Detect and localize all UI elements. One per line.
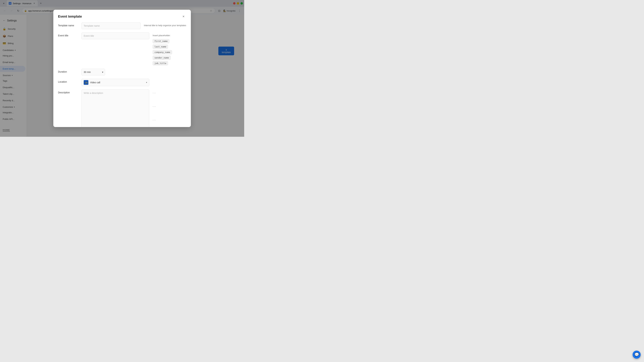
event-title-row: Event title Insert placeholder: first_na… [58,32,186,65]
duration-hint [152,69,186,70]
duration-select-wrapper: 15 min 30 min 45 min 60 min 90 min [82,69,105,75]
description-hint: ··· ··· ··· [152,89,186,122]
template-name-row: Template name Internal title to help org… [58,22,186,29]
location-hint [152,79,186,80]
placeholder-company-name[interactable]: company_name [152,50,172,54]
placeholder-first-name[interactable]: first_name [152,39,170,43]
placeholder-sender-name[interactable]: sender_name [152,56,171,60]
insert-placeholder-label: Insert placeholder: [152,34,186,37]
template-name-label: Template name [58,22,78,27]
modal-close-button[interactable]: × [181,14,186,19]
location-select[interactable]: 📹 Video call ▾ [82,79,149,86]
location-field: 📹 Video call ▾ [82,79,149,86]
description-label: Description [58,89,78,94]
description-textarea[interactable] [82,89,149,127]
modal-title: Event template [58,14,82,18]
placeholder-pills: first_name last_name company_name sender… [152,37,186,65]
placeholder-last-name[interactable]: last_name [152,44,168,49]
description-field [82,89,149,127]
event-title-field [82,32,149,39]
template-name-hint: Internal title to help organize your tem… [144,22,186,27]
video-call-icon: 📹 [84,80,88,85]
location-label: Location [58,79,78,83]
duration-field: 15 min 30 min 45 min 60 min 90 min [82,69,149,75]
three-dots-2: ··· [152,105,186,108]
modal-body: Template name Internal title to help org… [53,22,191,127]
location-row: Location 📹 Video call ▾ [58,79,186,86]
event-title-input[interactable] [82,32,149,39]
location-chevron-icon: ▾ [146,81,147,84]
duration-row: Duration 15 min 30 min 45 min 60 min 90 … [58,69,186,75]
placeholder-job-title[interactable]: job_title [152,61,168,65]
location-selected-text: Video call [90,81,100,84]
three-dots-3: ··· [152,118,186,122]
three-dots-1: ··· [152,91,186,95]
duration-select[interactable]: 15 min 30 min 45 min 60 min 90 min [82,69,105,75]
template-name-field [82,22,140,29]
duration-label: Duration [58,69,78,73]
modal-overlay[interactable]: Event template × Template name Internal … [0,0,244,137]
event-title-hint: Insert placeholder: first_name last_name… [152,32,186,65]
event-template-modal: Event template × Template name Internal … [53,10,191,127]
event-title-label: Event title [58,32,78,37]
template-name-input[interactable] [82,22,140,29]
modal-header: Event template × [53,10,191,22]
description-row: Description ··· ··· ··· [58,89,186,127]
